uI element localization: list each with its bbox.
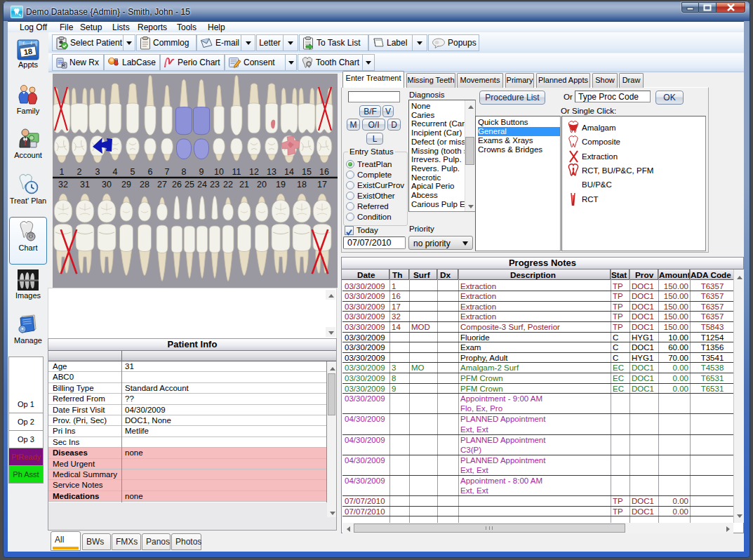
svg-text:1: 1: [60, 167, 65, 177]
svg-text:27: 27: [157, 180, 167, 189]
svg-text:17: 17: [317, 180, 327, 189]
svg-text:24: 24: [197, 180, 207, 189]
svg-text:20: 20: [257, 180, 267, 189]
svg-text:32: 32: [58, 180, 68, 189]
svg-text:18: 18: [297, 180, 307, 189]
svg-text:7: 7: [165, 167, 170, 177]
svg-text:5: 5: [131, 167, 135, 177]
svg-text:21: 21: [239, 180, 249, 189]
svg-text:2: 2: [77, 167, 82, 177]
svg-text:10: 10: [214, 167, 224, 177]
svg-text:12: 12: [249, 167, 259, 177]
svg-text:14: 14: [284, 167, 294, 177]
svg-text:18: 18: [23, 47, 33, 57]
svg-text:13: 13: [267, 167, 276, 177]
svg-text:11: 11: [232, 167, 241, 177]
svg-text:25: 25: [185, 180, 194, 189]
svg-text:29: 29: [121, 180, 131, 189]
svg-text:6: 6: [148, 167, 153, 177]
svg-text:28: 28: [140, 180, 149, 189]
svg-text:15: 15: [302, 167, 312, 177]
svg-text:8: 8: [182, 167, 187, 177]
svg-text:19: 19: [276, 180, 286, 189]
svg-text:30: 30: [102, 180, 112, 189]
svg-text:31: 31: [80, 180, 90, 189]
svg-text:23: 23: [210, 180, 220, 189]
svg-text:3: 3: [95, 167, 100, 177]
svg-text:16: 16: [319, 167, 329, 177]
svg-text:9: 9: [199, 167, 204, 177]
svg-text:26: 26: [172, 180, 182, 189]
svg-text:4: 4: [113, 167, 118, 177]
svg-text:22: 22: [223, 180, 233, 189]
